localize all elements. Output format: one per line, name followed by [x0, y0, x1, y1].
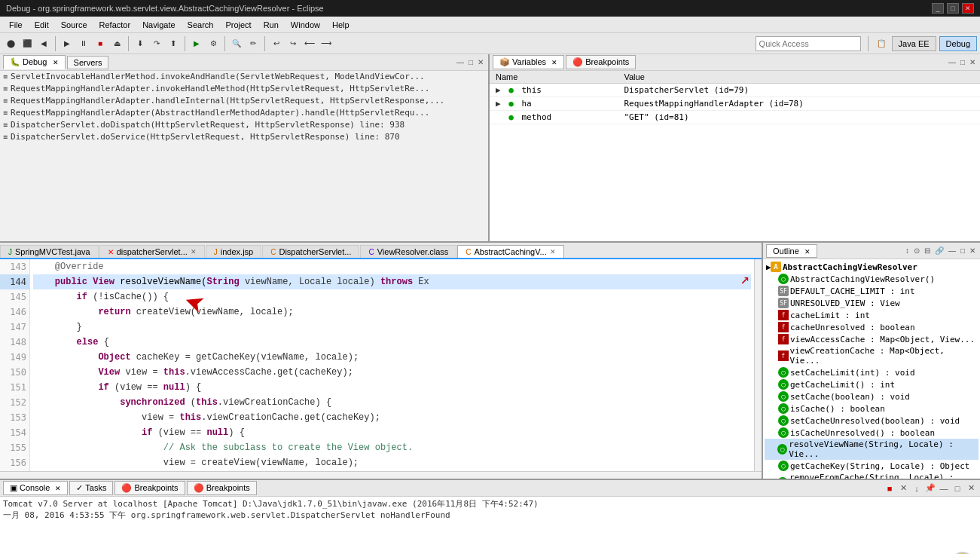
menu-run[interactable]: Run: [258, 19, 285, 31]
var-row-this[interactable]: ▶ ● this DispatcherServlet (id=79): [490, 84, 980, 97]
outline-field-unresolved[interactable]: SF UNRESOLVED_VIEW : View: [765, 297, 978, 309]
outline-method-setcache[interactable]: ○ setCache(boolean) : void: [765, 390, 978, 402]
outline-constructor[interactable]: ○ AbstractCachingViewResolver(): [765, 273, 978, 285]
debug-close-btn[interactable]: ✕: [476, 58, 485, 66]
toolbar-misc-2[interactable]: ✏: [246, 36, 261, 51]
close-button[interactable]: ✕: [962, 3, 974, 14]
outline-method-removefromcache[interactable]: ○ removeFromCache(String, Locale) : vo..…: [765, 472, 978, 479]
java-ee-button[interactable]: Java EE: [892, 36, 936, 51]
outline-collapse-btn[interactable]: ⊟: [923, 246, 932, 255]
toolbar-suspend[interactable]: ⏸: [76, 36, 91, 51]
menu-refactor[interactable]: Refactor: [93, 19, 137, 31]
menu-window[interactable]: Window: [285, 19, 326, 31]
outline-tab[interactable]: Outline ✕: [766, 244, 817, 258]
menu-help[interactable]: Help: [326, 19, 356, 31]
debug-minimize-btn[interactable]: —: [455, 58, 466, 66]
outline-field-cachelimit[interactable]: SF DEFAULT_CACHE_LIMIT : int: [765, 285, 978, 297]
console-clear-btn[interactable]: ✕: [897, 482, 909, 494]
toolbar-step-into[interactable]: ⬇: [133, 36, 148, 51]
breakpoints-tab[interactable]: 🔴 Breakpoints: [566, 55, 636, 69]
console-pin-btn[interactable]: 📌: [924, 482, 936, 494]
console-tab-console[interactable]: ▣ Console ✕: [3, 481, 68, 495]
vars-close-btn[interactable]: ✕: [968, 58, 977, 66]
stack-frame-4[interactable]: ≡ DispatcherServlet.doDispatch(HttpServl…: [0, 119, 488, 131]
minimize-button[interactable]: _: [932, 3, 944, 14]
vars-minimize-btn[interactable]: —: [947, 58, 957, 66]
vars-maximize-btn[interactable]: □: [959, 58, 966, 66]
menu-search[interactable]: Search: [182, 19, 220, 31]
menu-project[interactable]: Project: [219, 19, 257, 31]
console-tab-tasks[interactable]: ✓ Tasks: [69, 481, 113, 495]
outline-method-setcacheunresolved[interactable]: ○ setCacheUnresolved(boolean) : void: [765, 415, 978, 427]
outline-filter-btn[interactable]: ⊙: [912, 246, 921, 255]
code-content[interactable]: @Override public View resolveViewName(St…: [30, 259, 754, 471]
console-minimize-btn[interactable]: —: [938, 482, 950, 494]
outline-method-resolveviewname[interactable]: ○ resolveViewName(String, Locale) : Vie.…: [765, 439, 978, 460]
outline-method-iscacheunresolved[interactable]: ○ isCacheUnresolved() : boolean: [765, 427, 978, 439]
debug-maximize-btn[interactable]: □: [467, 58, 475, 66]
toolbar-terminate[interactable]: ■: [93, 36, 108, 51]
outline-method-getcachelimit[interactable]: ○ getCacheLimit() : int: [765, 378, 978, 390]
outline-minimize-btn[interactable]: —: [947, 246, 957, 255]
tab-close-dispatcherservlet[interactable]: ✕: [191, 248, 197, 256]
console-close-btn[interactable]: ✕: [965, 482, 977, 494]
toolbar-run[interactable]: ▶: [189, 36, 204, 51]
var-row-method[interactable]: ▶ ● method "GET" (id=81): [490, 111, 980, 124]
maximize-button[interactable]: □: [947, 3, 959, 14]
outline-sort-btn[interactable]: ↕: [904, 246, 911, 255]
outline-field-cacheunresolved[interactable]: f cacheUnresolved : boolean: [765, 321, 978, 333]
toolbar-misc-4[interactable]: ↪: [285, 36, 301, 51]
console-tab-breakpoints1[interactable]: 🔴 Breakpoints: [114, 481, 185, 495]
outline-close-btn[interactable]: ✕: [968, 246, 977, 255]
outline-method-setcachelimit[interactable]: ○ setCacheLimit(int) : void: [765, 366, 978, 378]
toolbar-btn-3[interactable]: ◀: [36, 36, 51, 51]
debug-button[interactable]: Debug: [939, 36, 977, 51]
var-row-ha[interactable]: ▶ ● ha RequestMappingHandlerAdapter (id=…: [490, 97, 980, 111]
stack-frame-5[interactable]: ≡ DispatcherServlet.doService(HttpServle…: [0, 131, 488, 143]
stack-frame-3[interactable]: ≡ RequestMappingHandlerAdapter(AbstractH…: [0, 107, 488, 119]
tab-dispatcherservletclass[interactable]: C DispatcherServlet...: [262, 245, 359, 258]
outline-root[interactable]: ▶ A AbstractCachingViewResolver: [765, 261, 978, 273]
toolbar-misc-3[interactable]: ↩: [269, 36, 284, 51]
toolbar-misc-5[interactable]: ⟵: [302, 36, 317, 51]
outline-link-btn[interactable]: 🔗: [933, 246, 945, 255]
toolbar-perspective-1[interactable]: 📋: [874, 36, 889, 51]
tab-springmvctest[interactable]: J SpringMVCTest.java: [0, 245, 99, 258]
tab-indexjsp[interactable]: J index.jsp: [206, 245, 261, 258]
toolbar-step-over[interactable]: ↷: [149, 36, 164, 51]
console-terminate-btn[interactable]: ■: [884, 482, 896, 494]
toolbar-resume[interactable]: ▶: [60, 36, 75, 51]
menu-source[interactable]: Source: [55, 19, 93, 31]
outline-field-viewcreationcache[interactable]: f viewCreationCache : Map<Object, Vie...: [765, 345, 978, 366]
code-vertical-scrollbar[interactable]: [754, 259, 762, 471]
menu-edit[interactable]: Edit: [29, 19, 55, 31]
outline-maximize-btn[interactable]: □: [959, 246, 966, 255]
console-scroll-btn[interactable]: ↓: [911, 482, 923, 494]
toolbar-misc-6[interactable]: ⟶: [319, 36, 334, 51]
servers-tab[interactable]: Servers: [67, 56, 109, 69]
outline-tab-close[interactable]: ✕: [804, 248, 811, 256]
tab-abstractcaching[interactable]: C AbstractCachingV... ✕: [457, 245, 563, 258]
quick-access-input[interactable]: [756, 36, 861, 51]
tab-viewresolver[interactable]: C ViewResolver.class: [360, 245, 456, 258]
tab-close-abstractcaching[interactable]: ✕: [550, 248, 556, 256]
menu-file[interactable]: File: [3, 19, 29, 31]
code-horizontal-scrollbar[interactable]: [0, 471, 762, 479]
stack-frame-1[interactable]: ≡ RequestMappingHandlerAdapter.invokeHan…: [0, 83, 488, 95]
stack-frame-2[interactable]: ≡ RequestMappingHandlerAdapter.handleInt…: [0, 95, 488, 107]
debug-tab-close[interactable]: ✕: [53, 59, 59, 66]
toolbar-step-return[interactable]: ⬆: [166, 36, 181, 51]
toolbar-misc-1[interactable]: 🔍: [229, 36, 244, 51]
variables-tab[interactable]: 📦 Variables ✕: [493, 55, 564, 69]
console-tab-breakpoints2[interactable]: 🔴 Breakpoints: [187, 481, 257, 495]
stack-frame-0[interactable]: ≡ ServletInvocableHandlerMethod.invokeAn…: [0, 71, 488, 83]
console-tab-close[interactable]: ✕: [55, 485, 61, 492]
outline-field-cachelimit2[interactable]: f cacheLimit : int: [765, 309, 978, 321]
variables-tab-close[interactable]: ✕: [551, 59, 557, 66]
outline-method-iscache[interactable]: ○ isCache() : boolean: [765, 402, 978, 415]
toolbar-disconnect[interactable]: ⏏: [109, 36, 124, 51]
toolbar-external-tools[interactable]: ⚙: [206, 36, 221, 51]
outline-method-getcachekey[interactable]: ○ getCacheKey(String, Locale) : Object: [765, 460, 978, 472]
outline-field-viewaccesscache[interactable]: f viewAccessCache : Map<Object, View...: [765, 333, 978, 345]
menu-navigate[interactable]: Navigate: [136, 19, 181, 31]
